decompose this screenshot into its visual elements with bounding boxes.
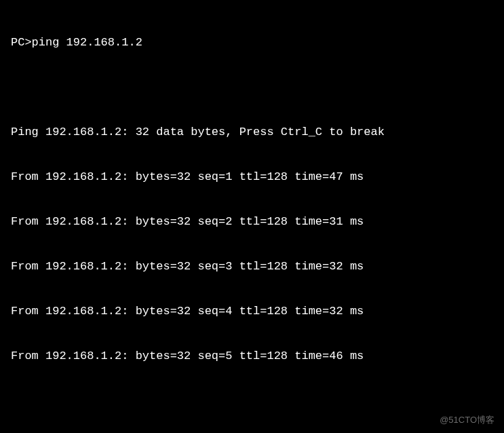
prompt-line: PC>ping 192.168.1.2 xyxy=(11,35,493,50)
blank-line xyxy=(11,394,493,409)
ping-reply: From 192.168.1.2: bytes=32 seq=1 ttl=128… xyxy=(11,170,493,185)
ping-header: Ping 192.168.1.2: 32 data bytes, Press C… xyxy=(11,125,493,140)
ping-reply: From 192.168.1.2: bytes=32 seq=4 ttl=128… xyxy=(11,304,493,319)
ping-reply: From 192.168.1.2: bytes=32 seq=5 ttl=128… xyxy=(11,349,493,364)
ping-reply: From 192.168.1.2: bytes=32 seq=3 ttl=128… xyxy=(11,259,493,274)
watermark-text: @51CTO博客 xyxy=(440,413,495,428)
terminal-output[interactable]: PC>ping 192.168.1.2 Ping 192.168.1.2: 32… xyxy=(0,0,504,433)
ping-reply: From 192.168.1.2: bytes=32 seq=2 ttl=128… xyxy=(11,214,493,229)
blank-line xyxy=(11,80,493,95)
